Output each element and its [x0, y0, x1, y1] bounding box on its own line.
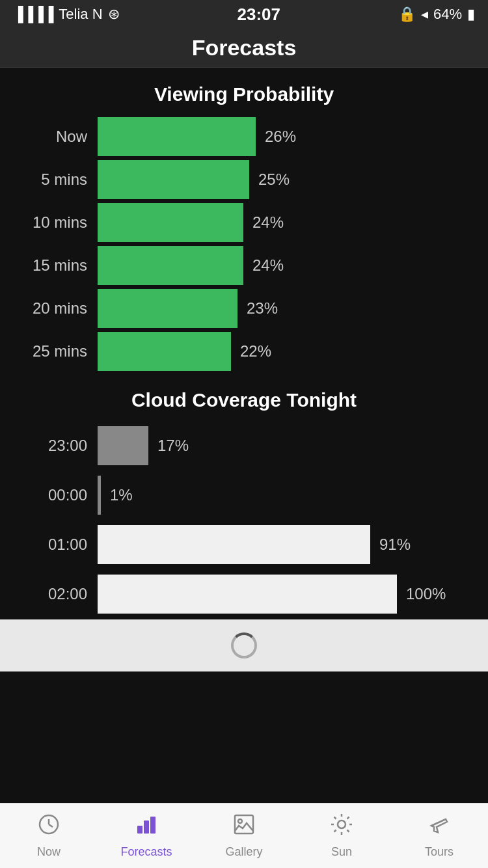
tab-gallery-label: Gallery: [225, 845, 262, 859]
status-carrier: ▐▐▐▐ Telia N ⊛: [13, 6, 120, 23]
cc-bar-row: 23:00 17%: [13, 422, 475, 470]
header: Forecasts: [0, 29, 488, 68]
status-bar: ▐▐▐▐ Telia N ⊛ 23:07 🔒 ◂ 64% ▮: [0, 0, 488, 29]
tab-now[interactable]: Now: [0, 813, 98, 859]
vp-bar-row: 10 mins 24%: [13, 202, 475, 243]
viewing-probability-chart: Now 26% 5 mins 25% 10 mins 24% 15 mins 2…: [0, 116, 488, 372]
vp-bar-value: 24%: [243, 256, 284, 275]
tab-now-label: Now: [37, 845, 61, 859]
vp-bar-label: 5 mins: [13, 170, 98, 189]
cc-bar-fill: [98, 575, 397, 614]
lock-icon: 🔒: [398, 6, 416, 23]
cc-bar-fill: [98, 525, 370, 564]
wifi-icon: ⊛: [108, 6, 120, 23]
cc-bar-value: 91%: [370, 536, 411, 554]
status-right: 🔒 ◂ 64% ▮: [398, 6, 475, 23]
cc-bar-label: 01:00: [13, 536, 98, 554]
svg-line-13: [334, 817, 336, 819]
vp-bar-row: 20 mins 23%: [13, 288, 475, 329]
viewing-probability-title: Viewing Probability: [0, 68, 488, 116]
cc-bar-label: 02:00: [13, 585, 98, 603]
gallery-icon: [232, 813, 256, 841]
loading-area: [0, 619, 488, 671]
vp-bar-label: 10 mins: [13, 213, 98, 232]
svg-rect-4: [144, 821, 149, 834]
cc-bar-label: 23:00: [13, 437, 98, 455]
tab-tours-label: Tours: [425, 845, 454, 859]
spinner: [231, 632, 257, 658]
svg-rect-6: [235, 815, 253, 834]
cc-bar-row: 02:00 100%: [13, 570, 475, 618]
svg-line-15: [347, 817, 349, 819]
cc-bar-value: 100%: [397, 585, 446, 603]
signal-icon: ▐▐▐▐: [13, 6, 53, 23]
tab-tours[interactable]: Tours: [390, 813, 488, 859]
vp-bar-value: 24%: [243, 213, 284, 232]
page-title: Forecasts: [192, 35, 297, 61]
svg-rect-5: [150, 817, 156, 834]
svg-line-2: [49, 824, 53, 827]
vp-bar-value: 26%: [256, 128, 296, 146]
vp-bar-fill: [98, 332, 231, 371]
location-icon: ◂: [421, 6, 428, 23]
vp-bar-fill: [98, 246, 243, 285]
vp-bar-fill: [98, 117, 256, 156]
vp-bar-label: 25 mins: [13, 342, 98, 360]
clock-icon: [37, 813, 61, 841]
tab-sun[interactable]: Sun: [293, 813, 390, 859]
cloud-coverage-title: Cloud Coverage Tonight: [0, 373, 488, 422]
plane-icon: [427, 813, 451, 841]
vp-bar-row: 15 mins 24%: [13, 245, 475, 286]
vp-bar-label: Now: [13, 128, 98, 146]
battery-percent: 64%: [433, 6, 462, 23]
vp-bar-row: 25 mins 22%: [13, 331, 475, 372]
sun-icon: [330, 813, 353, 841]
tab-bar: Now Forecasts Gallery: [0, 803, 488, 868]
cc-bar-row: 00:00 1%: [13, 471, 475, 519]
svg-point-7: [238, 819, 242, 823]
cc-bar-fill: [98, 426, 148, 465]
vp-bar-row: 5 mins 25%: [13, 159, 475, 200]
cc-bar-label: 00:00: [13, 486, 98, 504]
battery-icon: ▮: [467, 6, 475, 23]
cc-bar-row: 01:00 91%: [13, 521, 475, 569]
svg-line-16: [334, 830, 336, 832]
main-content[interactable]: Viewing Probability Now 26% 5 mins 25% 1…: [0, 68, 488, 803]
vp-bar-label: 20 mins: [13, 299, 98, 318]
tab-forecasts[interactable]: Forecasts: [98, 813, 195, 859]
svg-rect-3: [137, 826, 142, 834]
barchart-icon: [135, 813, 158, 841]
vp-bar-fill: [98, 203, 243, 242]
cloud-coverage-chart: 23:00 17% 00:00 1% 01:00 91% 02:00 100%: [0, 422, 488, 618]
svg-point-8: [338, 821, 346, 828]
tab-forecasts-label: Forecasts: [120, 845, 172, 859]
status-time: 23:07: [237, 5, 281, 25]
vp-bar-fill: [98, 160, 249, 199]
vp-bar-label: 15 mins: [13, 256, 98, 275]
vp-bar-fill: [98, 289, 237, 328]
tab-sun-label: Sun: [331, 845, 352, 859]
cc-bar-value: 17%: [148, 437, 189, 455]
vp-bar-row: Now 26%: [13, 116, 475, 157]
vp-bar-value: 23%: [237, 299, 278, 318]
svg-line-14: [347, 830, 349, 832]
cc-bar-value: 1%: [101, 486, 133, 504]
vp-bar-value: 25%: [249, 170, 290, 189]
vp-bar-value: 22%: [231, 342, 271, 360]
tab-gallery[interactable]: Gallery: [195, 813, 293, 859]
